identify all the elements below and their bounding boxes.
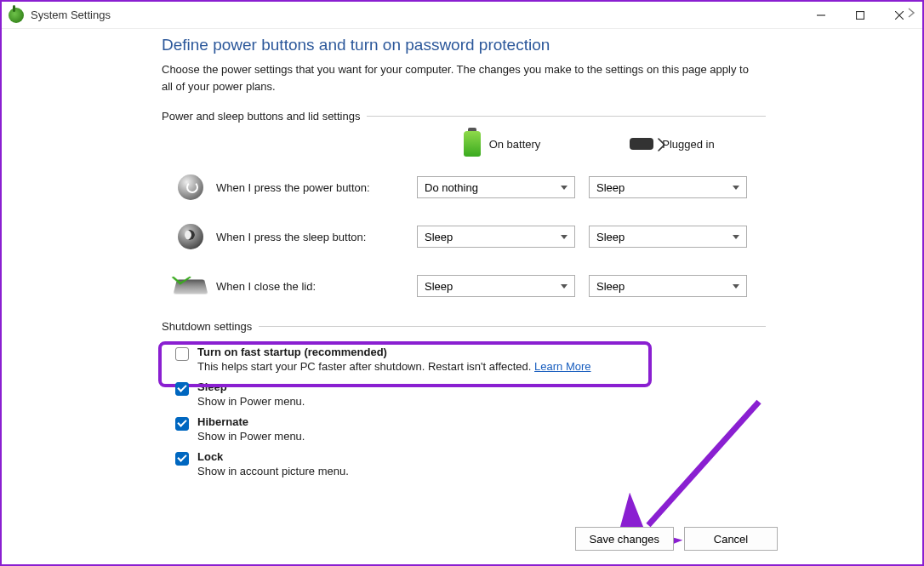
- section-shutdown-header: Shutdown settings: [162, 320, 766, 333]
- close-lid-battery-select[interactable]: Sleep: [417, 275, 575, 297]
- sleep-button-plugged-select[interactable]: Sleep: [589, 226, 747, 248]
- lid-icon: [175, 271, 206, 301]
- checkbox-desc: This helps start your PC faster after sh…: [197, 360, 591, 373]
- row-sleep-button: When I press the sleep button: Sleep Sle…: [162, 221, 766, 252]
- shutdown-settings-list: Turn on fast startup (recommended) This …: [162, 341, 766, 481]
- sleep-button-icon: [175, 221, 206, 252]
- checkbox-desc: Show in account picture menu.: [197, 465, 349, 477]
- checkbox-hibernate[interactable]: Hibernate Show in Power menu.: [162, 411, 766, 446]
- row-close-lid: When I close the lid: Sleep Sleep: [162, 271, 766, 301]
- close-lid-plugged-select[interactable]: Sleep: [589, 275, 747, 297]
- checkbox-title: Hibernate: [197, 415, 305, 428]
- checkbox-icon[interactable]: [175, 347, 189, 361]
- checkbox-desc: Show in Power menu.: [197, 395, 305, 408]
- checkbox-icon[interactable]: [175, 452, 189, 466]
- checkbox-title: Lock: [197, 450, 349, 463]
- section-header-label: Shutdown settings: [162, 320, 252, 333]
- checkbox-sleep[interactable]: Sleep Show in Power menu.: [162, 376, 766, 411]
- system-settings-window: System Settings Define power buttons and…: [0, 0, 924, 566]
- cancel-button[interactable]: Cancel: [684, 527, 778, 551]
- row-sleep-button-label: When I press the sleep button:: [216, 231, 366, 243]
- checkbox-title: Turn on fast startup (recommended): [197, 346, 591, 358]
- checkbox-icon[interactable]: [175, 382, 189, 396]
- checkbox-desc: Show in Power menu.: [197, 430, 305, 443]
- sleep-button-battery-select[interactable]: Sleep: [417, 226, 575, 248]
- row-close-lid-label: When I close the lid:: [216, 280, 316, 293]
- footer-buttons: Save changes Cancel: [575, 527, 778, 551]
- checkbox-fast-startup[interactable]: Turn on fast startup (recommended) This …: [162, 341, 766, 376]
- learn-more-link[interactable]: Learn More: [534, 360, 590, 373]
- save-changes-button[interactable]: Save changes: [575, 527, 674, 551]
- checkbox-icon[interactable]: [175, 417, 189, 431]
- checkbox-title: Sleep: [197, 380, 305, 393]
- section-divider: [259, 326, 766, 327]
- checkbox-lock[interactable]: Lock Show in account picture menu.: [162, 446, 766, 481]
